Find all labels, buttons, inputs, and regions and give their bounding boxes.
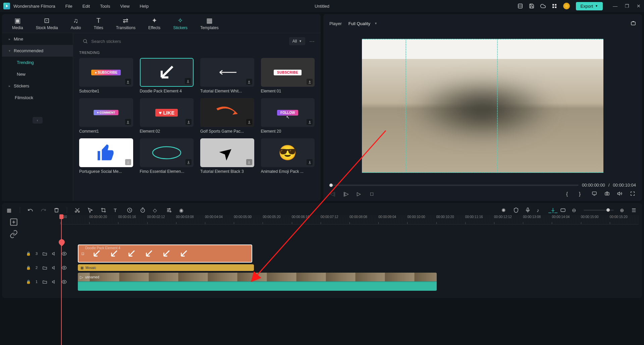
more-options-icon[interactable]: ⋯ — [309, 38, 315, 45]
sticker-card[interactable]: ● SUBSCRIBESubscribe1 — [79, 58, 133, 93]
track-lock-icon[interactable]: 🔒 — [26, 280, 31, 284]
track-folder-icon[interactable] — [42, 265, 47, 270]
prev-frame-icon[interactable]: ◁| — [330, 191, 335, 196]
track-visibility-icon[interactable] — [62, 279, 67, 284]
clip-mosaic[interactable]: ▦Mosaic — [78, 264, 254, 271]
sidebar-sub-trending[interactable]: Trending — [2, 57, 73, 68]
sticker-card[interactable]: Portuguese Social Me... — [79, 138, 133, 174]
search-field[interactable] — [79, 37, 286, 46]
magnet-icon[interactable]: ⎯╋⎯ — [548, 207, 554, 213]
sticker-card[interactable]: SUBSCRIBEElement 01 — [261, 58, 315, 93]
sticker-card[interactable]: 😎Animated Emoji Pack ... — [261, 138, 315, 174]
menu-view[interactable]: View — [120, 4, 129, 9]
adjust-icon[interactable] — [166, 207, 172, 213]
track-visibility-icon[interactable] — [62, 251, 67, 256]
sticker-card[interactable]: Fimo Essential Elemen... — [140, 138, 194, 174]
window-minimize[interactable]: — — [613, 3, 618, 9]
fit-icon[interactable] — [560, 207, 566, 213]
track-mute-icon[interactable] — [52, 279, 57, 284]
volume-icon[interactable] — [617, 191, 623, 196]
tab-media[interactable]: ▣Media — [12, 17, 23, 30]
mark-out-icon[interactable]: } — [579, 191, 584, 196]
track-add-icon[interactable] — [9, 218, 18, 226]
preview-frame[interactable] — [362, 39, 603, 173]
zoom-out-icon[interactable]: ⊖ — [572, 207, 578, 213]
sidebar-item-mine[interactable]: ▸Mine — [2, 33, 73, 45]
apps-icon[interactable] — [552, 3, 557, 9]
track-mute-icon[interactable] — [52, 251, 57, 256]
mic-icon[interactable] — [525, 207, 531, 213]
preview-tab-player[interactable]: Player — [329, 21, 342, 26]
track-visibility-icon[interactable] — [62, 265, 67, 270]
zoom-slider[interactable] — [584, 210, 614, 211]
preview-quality-dropdown[interactable]: Full Quality▼ — [348, 21, 377, 26]
mark-in-icon[interactable]: { — [566, 191, 572, 196]
color-icon[interactable]: ◇ — [153, 207, 159, 213]
filter-dropdown[interactable]: All▼ — [289, 37, 305, 45]
tab-transitions[interactable]: ⇄Transitions — [116, 17, 136, 30]
track-link-icon[interactable] — [9, 230, 18, 238]
clip-sticker[interactable]: ⊡ Doodle Pack Element 4 — [78, 245, 252, 263]
sticker-card[interactable]: Tutorial Element Whit... — [200, 58, 254, 93]
mixer-icon[interactable]: ♪ — [537, 207, 542, 213]
speed-icon[interactable] — [127, 207, 132, 213]
cloud-icon[interactable] — [540, 3, 546, 9]
stop-icon[interactable]: □ — [370, 191, 376, 196]
search-input[interactable] — [91, 39, 282, 44]
tab-titles[interactable]: TTitles — [94, 17, 103, 30]
tab-templates[interactable]: ▦Templates — [200, 17, 219, 30]
display-icon[interactable] — [592, 191, 597, 196]
menu-file[interactable]: File — [65, 4, 72, 9]
next-frame-icon[interactable]: |▷ — [343, 191, 349, 196]
delete-icon[interactable] — [54, 207, 59, 213]
timer-icon[interactable] — [140, 207, 146, 213]
menu-help[interactable]: Help — [140, 4, 149, 9]
timeline-ruler[interactable]: 0:0000:00:00:2000:00:01:1600:00:02:1200:… — [60, 215, 639, 224]
window-close[interactable]: ✕ — [637, 3, 641, 9]
sticker-card[interactable]: Tutorial Element Black 3 — [200, 138, 254, 174]
track-folder-icon[interactable] — [42, 251, 47, 256]
sidebar-prev-button[interactable]: ‹ — [33, 117, 43, 124]
sticker-card[interactable]: ● COMMENTComment1 — [79, 98, 133, 134]
track-lock-icon[interactable]: 🔒 — [26, 252, 31, 256]
zoom-in-icon[interactable]: ⊕ — [620, 207, 626, 213]
tab-audio[interactable]: ♫Audio — [71, 17, 81, 30]
track-lock-icon[interactable]: 🔒 — [26, 266, 31, 270]
sidebar-item-filmstock[interactable]: Filmstock — [2, 92, 73, 104]
crop-icon[interactable] — [101, 207, 106, 213]
sticker-card[interactable]: Golf Sports Game Pac... — [200, 98, 254, 134]
grid-toggle-icon[interactable]: ▦ — [7, 207, 12, 213]
text-icon[interactable]: T — [114, 207, 119, 213]
playhead[interactable] — [61, 215, 62, 345]
sticker-card[interactable]: ♥ LIKEElement 02 — [140, 98, 194, 134]
user-avatar[interactable] — [563, 3, 570, 9]
track-mute-icon[interactable] — [52, 265, 57, 270]
track-options-icon[interactable]: ☰ — [632, 207, 637, 213]
menu-tools[interactable]: Tools — [100, 4, 110, 9]
select-icon[interactable] — [88, 207, 93, 213]
snapshot-mode-icon[interactable] — [631, 21, 636, 26]
tab-stickers[interactable]: ✧Stickers — [173, 17, 187, 30]
tab-effects[interactable]: ✦Effects — [148, 17, 160, 30]
layout-icon[interactable] — [518, 3, 523, 9]
redo-icon[interactable] — [41, 207, 46, 213]
clip-video[interactable]: ▷unnamed — [78, 273, 437, 291]
sidebar-item-stickers[interactable]: ▸Stickers — [2, 80, 73, 92]
keyframe-icon[interactable]: ◉ — [179, 207, 185, 213]
fullscreen-icon[interactable] — [630, 191, 635, 196]
tab-stock-media[interactable]: ⊡Stock Media — [36, 17, 58, 30]
export-button[interactable]: Export▼ — [576, 2, 603, 10]
sidebar-item-recommended[interactable]: ▾Recommended — [2, 45, 73, 57]
render-icon[interactable]: ✺ — [501, 207, 507, 213]
marker-shield-icon[interactable] — [513, 207, 519, 213]
sticker-card[interactable]: Doodle Pack Element 4 — [140, 58, 194, 93]
track-folder-icon[interactable] — [42, 279, 47, 284]
camera-icon[interactable] — [604, 191, 610, 196]
save-icon[interactable] — [529, 3, 534, 9]
cut-icon[interactable] — [74, 207, 80, 213]
menu-edit[interactable]: Edit — [83, 4, 90, 9]
undo-icon[interactable] — [28, 207, 33, 213]
sidebar-sub-new[interactable]: New — [2, 68, 73, 80]
window-maximize[interactable]: ❐ — [625, 3, 629, 9]
preview-scrubber[interactable] — [329, 185, 579, 186]
